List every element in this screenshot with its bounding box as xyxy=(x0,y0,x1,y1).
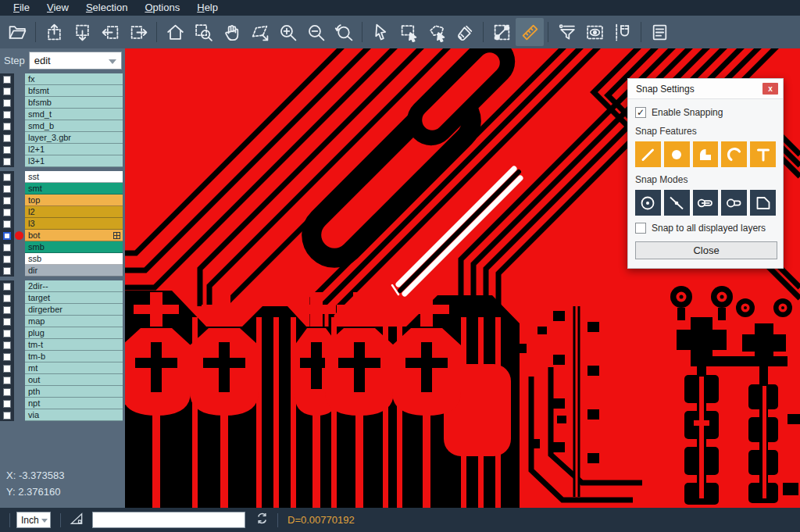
layer-visibility-checkbox[interactable] xyxy=(3,318,11,326)
layer-name-cell[interactable]: sst xyxy=(25,171,123,183)
layer-name-cell[interactable]: 2dir-- xyxy=(25,280,123,292)
layer-visibility-checkbox[interactable] xyxy=(3,134,11,142)
layer-visibility-checkbox[interactable] xyxy=(3,220,11,228)
grid-icon[interactable] xyxy=(113,232,120,239)
arc-button[interactable] xyxy=(721,141,747,167)
corner-snap-button[interactable] xyxy=(750,190,776,216)
zoom-previous-button[interactable] xyxy=(330,18,358,46)
menu-view[interactable]: View xyxy=(38,0,77,16)
close-icon[interactable]: x xyxy=(762,83,778,95)
layer-visibility-checkbox[interactable] xyxy=(3,209,11,216)
report-button[interactable] xyxy=(645,18,673,46)
layer-visibility-checkbox[interactable] xyxy=(3,99,11,107)
dialog-title-bar[interactable]: Snap Settings x xyxy=(628,79,783,99)
layer-visibility-checkbox[interactable] xyxy=(3,306,11,314)
layer-name-cell[interactable]: smt xyxy=(25,183,123,195)
select-cursor-button[interactable] xyxy=(366,18,395,46)
zoom-area-button[interactable] xyxy=(189,18,217,46)
layer-visibility-checkbox[interactable] xyxy=(3,185,11,193)
layer-name-cell[interactable]: pth xyxy=(25,386,123,398)
pan-up-button[interactable] xyxy=(40,18,68,46)
ruler-button[interactable] xyxy=(516,18,544,46)
menu-options[interactable]: Options xyxy=(136,0,188,16)
layer-visibility-checkbox[interactable] xyxy=(3,146,11,154)
layer-name-cell[interactable]: plug xyxy=(25,327,123,339)
zoom-in-button[interactable] xyxy=(273,18,302,46)
layer-name-cell[interactable]: l3+1 xyxy=(25,155,123,167)
layer-visibility-checkbox[interactable] xyxy=(3,87,11,95)
pan-down-button[interactable] xyxy=(68,18,96,46)
layer-visibility-checkbox[interactable] xyxy=(3,197,11,205)
layer-name-cell[interactable]: tm-b xyxy=(25,351,123,362)
center-snap-button[interactable] xyxy=(635,190,661,216)
layer-visibility-checkbox[interactable] xyxy=(3,123,11,130)
layer-name-cell[interactable]: smd_b xyxy=(25,120,123,132)
surface-button[interactable] xyxy=(693,141,719,167)
filter-button[interactable] xyxy=(552,18,580,46)
open-folder-button[interactable] xyxy=(3,18,31,46)
zoom-polygon-button[interactable] xyxy=(245,18,273,46)
enable-snapping-checkbox[interactable]: ✓ xyxy=(635,107,646,118)
units-select[interactable]: Inch xyxy=(16,512,51,528)
layer-visibility-checkbox[interactable] xyxy=(3,255,11,263)
layer-name-cell[interactable]: smd_t xyxy=(25,109,123,120)
sync-icon[interactable] xyxy=(255,511,270,529)
layer-visibility-checkbox[interactable] xyxy=(3,295,11,302)
layer-visibility-checkbox[interactable] xyxy=(3,232,11,240)
layer-name-cell[interactable]: mt xyxy=(25,362,123,374)
layer-visibility-checkbox[interactable] xyxy=(3,412,11,420)
layer-name-cell[interactable]: bfsmb xyxy=(25,97,123,109)
layer-name-cell[interactable]: map xyxy=(25,316,123,327)
layer-visibility-checkbox[interactable] xyxy=(3,267,11,275)
layer-name-cell[interactable]: top xyxy=(25,195,123,206)
close-button[interactable]: Close xyxy=(635,241,777,259)
layer-name-cell[interactable]: layer_3.gbr xyxy=(25,132,123,144)
pad-centerline-snap-button[interactable] xyxy=(693,190,719,216)
pad-outline-snap-button[interactable] xyxy=(721,190,747,216)
layer-visibility-checkbox[interactable] xyxy=(3,76,11,84)
measure-line-button[interactable] xyxy=(488,18,516,46)
layer-name-cell[interactable]: out xyxy=(25,374,123,386)
menu-help[interactable]: Help xyxy=(188,0,227,16)
layer-visibility-checkbox[interactable] xyxy=(3,388,11,396)
pan-left-button[interactable] xyxy=(96,18,124,46)
select-polygon-button[interactable] xyxy=(423,18,451,46)
layer-visibility-checkbox[interactable] xyxy=(3,330,11,337)
menu-selection[interactable]: Selection xyxy=(77,0,136,16)
layer-name-cell[interactable]: l3 xyxy=(25,218,123,230)
layer-visibility-checkbox[interactable] xyxy=(3,173,11,181)
layer-name-cell[interactable]: ssb xyxy=(25,253,123,265)
layer-visibility-checkbox[interactable] xyxy=(3,111,11,119)
menu-file[interactable]: File xyxy=(5,0,38,16)
layer-name-cell[interactable]: dir xyxy=(25,265,123,277)
layer-name-cell[interactable]: bfsmt xyxy=(25,85,123,97)
clear-brush-button[interactable] xyxy=(451,18,479,46)
home-button[interactable] xyxy=(161,18,189,46)
line-button[interactable] xyxy=(635,141,661,167)
layer-visibility-checkbox[interactable] xyxy=(3,377,11,384)
layer-visibility-checkbox[interactable] xyxy=(3,400,11,408)
select-rectangle-button[interactable] xyxy=(395,18,423,46)
toggle-visibility-button[interactable] xyxy=(580,18,609,46)
layer-name-cell[interactable]: bot xyxy=(25,230,123,241)
layer-name-cell[interactable]: tm-t xyxy=(25,339,123,351)
midpoint-snap-button[interactable] xyxy=(664,190,690,216)
layer-name-cell[interactable]: target xyxy=(25,292,123,304)
step-select[interactable]: edit xyxy=(29,52,122,70)
text-button[interactable] xyxy=(750,141,776,167)
snap-magnet-button[interactable] xyxy=(609,18,637,46)
layer-visibility-checkbox[interactable] xyxy=(3,341,11,349)
pad-button[interactable] xyxy=(664,141,690,167)
layer-name-cell[interactable]: npt xyxy=(25,398,123,409)
pan-right-button[interactable] xyxy=(124,18,152,46)
snap-all-layers-checkbox[interactable] xyxy=(635,223,646,234)
layer-name-cell[interactable]: l2 xyxy=(25,206,123,218)
layer-visibility-checkbox[interactable] xyxy=(3,158,11,166)
layer-name-cell[interactable]: dirgerber xyxy=(25,304,123,316)
pan-hand-button[interactable] xyxy=(217,18,245,46)
layer-visibility-checkbox[interactable] xyxy=(3,244,11,252)
layer-name-cell[interactable]: via xyxy=(25,409,123,421)
layer-name-cell[interactable]: smb xyxy=(25,241,123,253)
zoom-out-button[interactable] xyxy=(302,18,330,46)
layer-name-cell[interactable]: l2+1 xyxy=(25,144,123,155)
